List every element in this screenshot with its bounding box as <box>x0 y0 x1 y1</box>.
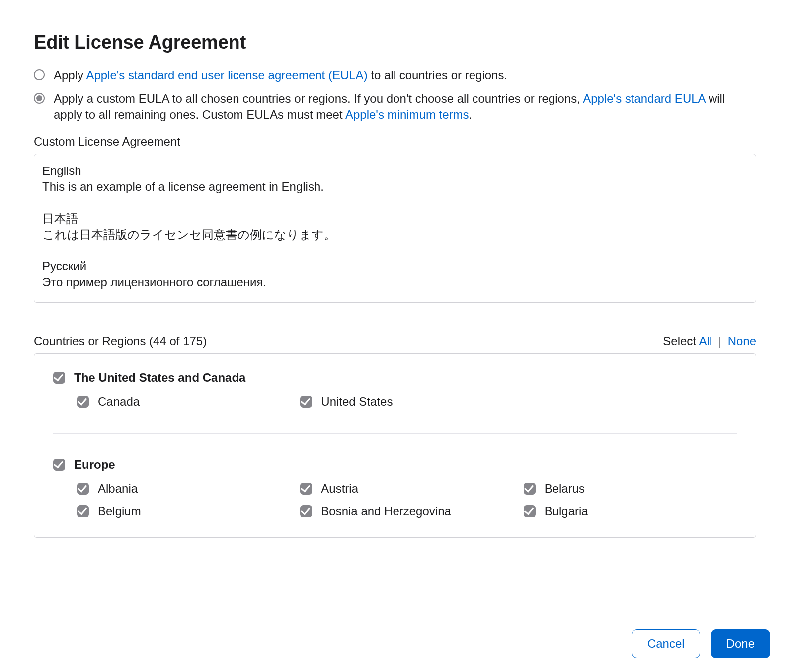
custom-license-textarea[interactable] <box>34 154 756 303</box>
region-label: The United States and Canada <box>74 371 245 385</box>
checkbox-icon[interactable] <box>524 483 536 495</box>
link-standard-eula[interactable]: Apple's standard end user license agreem… <box>86 68 367 82</box>
country-item[interactable]: Belarus <box>524 482 737 496</box>
checkbox-icon[interactable] <box>300 505 312 517</box>
select-label: Select <box>663 335 696 348</box>
separator: | <box>715 335 724 348</box>
country-label: Canada <box>98 395 140 409</box>
country-label: Belgium <box>98 504 141 518</box>
select-all-link[interactable]: All <box>699 335 712 348</box>
country-item[interactable]: Canada <box>77 395 290 409</box>
page-title: Edit License Agreement <box>34 32 756 53</box>
radio-option-standard-eula[interactable]: Apply Apple's standard end user license … <box>34 67 756 83</box>
countries-regions-title: Countries or Regions (44 of 175) <box>34 335 207 348</box>
country-item[interactable]: Austria <box>300 482 513 496</box>
cancel-button[interactable]: Cancel <box>632 629 700 658</box>
checkbox-icon[interactable] <box>77 483 89 495</box>
done-button[interactable]: Done <box>711 629 770 658</box>
checkbox-icon[interactable] <box>300 396 312 408</box>
region-row[interactable]: The United States and Canada <box>53 371 737 385</box>
country-item[interactable]: Belgium <box>77 504 290 518</box>
country-label: Austria <box>321 482 358 496</box>
custom-license-label: Custom License Agreement <box>34 135 756 149</box>
country-label: Bulgaria <box>545 504 588 518</box>
link-apple-minimum-terms[interactable]: Apple's minimum terms <box>345 108 469 121</box>
country-label: Bosnia and Herzegovina <box>321 504 451 518</box>
checkbox-icon[interactable] <box>53 459 65 471</box>
select-none-link[interactable]: None <box>728 335 756 348</box>
country-item[interactable]: Bulgaria <box>524 504 737 518</box>
checkbox-icon[interactable] <box>524 505 536 517</box>
checkbox-icon[interactable] <box>77 505 89 517</box>
footer-bar: Cancel Done <box>0 614 790 658</box>
country-item[interactable]: United States <box>300 395 513 409</box>
country-item[interactable]: Albania <box>77 482 290 496</box>
region-row[interactable]: Europe <box>53 458 737 472</box>
country-item[interactable]: Bosnia and Herzegovina <box>300 504 513 518</box>
countries-container: The United States and Canada CanadaUnite… <box>34 353 756 538</box>
region-separator <box>53 433 737 434</box>
country-label: Albania <box>98 482 138 496</box>
radio-label: Apply a custom EULA to all chosen countr… <box>54 91 756 123</box>
radio-icon <box>34 93 45 104</box>
country-label: Belarus <box>545 482 585 496</box>
link-apple-standard-eula[interactable]: Apple's standard EULA <box>583 92 705 105</box>
region-label: Europe <box>74 458 115 472</box>
radio-icon <box>34 69 45 80</box>
checkbox-icon[interactable] <box>77 396 89 408</box>
radio-label: Apply Apple's standard end user license … <box>54 67 507 83</box>
country-label: United States <box>321 395 393 409</box>
checkbox-icon[interactable] <box>300 483 312 495</box>
checkbox-icon[interactable] <box>53 372 65 384</box>
select-controls: Select All | None <box>663 335 756 348</box>
radio-option-custom-eula[interactable]: Apply a custom EULA to all chosen countr… <box>34 91 756 123</box>
